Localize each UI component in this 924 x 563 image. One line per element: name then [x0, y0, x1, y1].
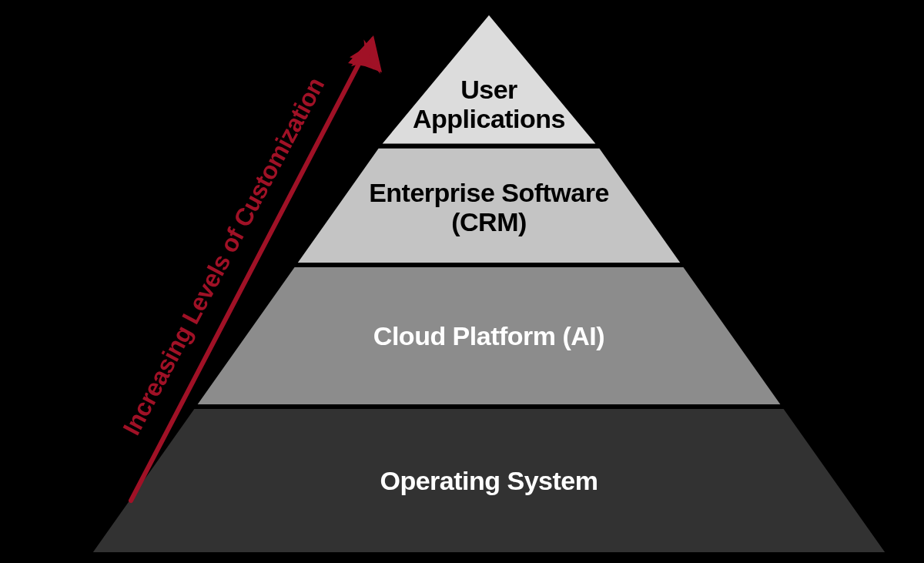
pyramid-level-1-label-line1: User — [460, 75, 517, 104]
pyramid-diagram: User Applications Enterprise Software (C… — [0, 0, 924, 563]
pyramid-level-2-label-line2: (CRM) — [451, 207, 527, 236]
pyramid-level-4-label: Operating System — [380, 466, 598, 495]
pyramid-level-1-label-line2: Applications — [413, 104, 565, 133]
pyramid-level-2-label-line1: Enterprise Software — [369, 178, 609, 207]
pyramid-level-3-label: Cloud Platform (AI) — [373, 321, 604, 350]
